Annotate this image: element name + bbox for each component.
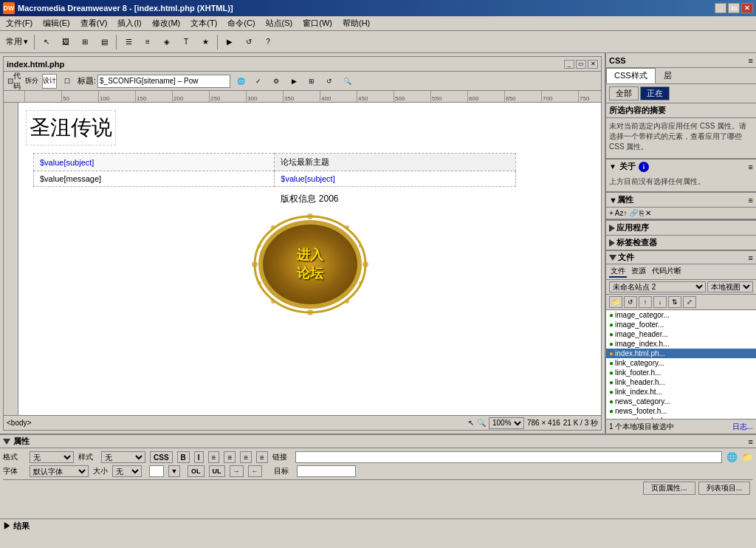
align-right-btn[interactable]: ≡ <box>240 451 252 463</box>
results-label[interactable]: ▶ 结果 <box>3 521 30 532</box>
font-select[interactable]: 默认字体 <box>30 465 89 477</box>
toolbar-data[interactable]: ≡ <box>139 34 157 50</box>
ol-btn[interactable]: OL <box>188 465 205 477</box>
validate-btn[interactable]: ✓ <box>251 74 266 89</box>
align-center-btn[interactable]: ≡ <box>224 451 236 463</box>
size-select[interactable]: 无 <box>112 465 142 477</box>
file-download-btn[interactable]: ↓ <box>653 296 667 308</box>
doc-toolbar-btn-extra[interactable]: ☐ <box>60 74 75 89</box>
menu-insert[interactable]: 插入(I) <box>113 17 145 30</box>
title-input[interactable] <box>97 75 230 88</box>
subject-link[interactable]: $value[subject] <box>40 158 94 167</box>
menu-edit[interactable]: 编辑(E) <box>38 17 75 30</box>
toolbar-select[interactable]: ↖ <box>38 34 55 50</box>
file-tab-resources[interactable]: 资源 <box>630 266 647 278</box>
format-select[interactable]: 无 <box>30 451 74 463</box>
debug-btn[interactable]: ⚙ <box>269 74 284 89</box>
file-item-3[interactable]: ● image_index.h... <box>606 339 756 349</box>
files-expand-icon[interactable] <box>609 255 616 261</box>
file-item-9[interactable]: ● news_category... <box>606 397 756 406</box>
view-options-btn[interactable]: 🔍 <box>340 74 354 89</box>
file-log-btn[interactable]: 日志... <box>732 422 753 432</box>
panel-options-icon[interactable]: ≡ <box>749 56 753 65</box>
ul-btn[interactable]: UL <box>209 465 225 477</box>
forum-subject-link[interactable]: $value[subject] <box>281 174 334 183</box>
preview-btn[interactable]: ▶ <box>286 74 301 89</box>
file-tab-files[interactable]: 文件 <box>609 266 627 278</box>
site-select[interactable]: 未命名站点 2 <box>609 281 706 292</box>
file-item-0[interactable]: ● image_categor... <box>606 310 756 320</box>
visual-aids-btn[interactable]: ⊞ <box>304 74 319 89</box>
menu-site[interactable]: 站点(S) <box>261 17 298 30</box>
menu-command[interactable]: 命令(C) <box>223 17 259 30</box>
file-item-2[interactable]: ● image_header... <box>606 329 756 339</box>
file-new-btn[interactable]: 📁 <box>609 296 622 308</box>
file-item-4[interactable]: ● index.html.ph... <box>606 349 756 358</box>
properties-panel-options[interactable]: ≡ <box>749 437 753 446</box>
link-input[interactable] <box>295 451 722 463</box>
forum-button-container[interactable]: 进入 论坛 <box>251 213 369 316</box>
tab-css-styles[interactable]: CSS样式 <box>606 68 656 83</box>
menu-window[interactable]: 窗口(W) <box>298 17 337 30</box>
toolbar-dropdown-arrow[interactable]: ▾ <box>24 37 28 47</box>
zoom-select[interactable]: 100% <box>489 417 524 429</box>
tab-layers[interactable]: 层 <box>656 68 680 83</box>
view-code-btn[interactable]: ⊡ 代码 <box>7 74 21 89</box>
forum-btn-inner[interactable]: 进入 论坛 <box>258 220 362 309</box>
toolbar-help[interactable]: ? <box>259 34 277 50</box>
file-item-10[interactable]: ● news_footer.h... <box>606 406 756 416</box>
view-select[interactable]: 本地视图 <box>707 281 753 292</box>
browse-web-btn[interactable]: 🌐 <box>233 74 248 89</box>
doc-minimize-btn[interactable]: _ <box>564 60 574 69</box>
align-left-btn[interactable]: ≡ <box>208 451 220 463</box>
page-properties-btn[interactable]: 页面属性... <box>643 482 695 495</box>
file-tab-snippets[interactable]: 代码片断 <box>650 266 683 278</box>
files-options-icon[interactable]: ≡ <box>749 253 753 262</box>
file-item-8[interactable]: ● link_index.ht... <box>606 387 756 397</box>
properties-panel-expand-icon[interactable] <box>3 439 10 445</box>
indent-btn[interactable]: → <box>230 465 244 477</box>
toolbar-preview[interactable]: ▶ <box>221 34 238 50</box>
target-input[interactable] <box>297 465 356 477</box>
italic-btn[interactable]: I <box>194 451 204 463</box>
css-all-btn[interactable]: 全部 <box>609 86 639 100</box>
toolbar-refresh[interactable]: ↺ <box>240 34 258 50</box>
view-split-btn[interactable]: 拆分 <box>24 74 39 89</box>
outdent-btn[interactable]: ← <box>248 465 262 477</box>
style-select[interactable]: 无 <box>101 451 145 463</box>
view-design-btn[interactable]: 设计 <box>42 74 57 89</box>
toolbar-table[interactable]: ⊞ <box>76 34 94 50</box>
close-button[interactable]: ✕ <box>741 3 753 13</box>
add-property-icon[interactable]: + <box>609 209 614 217</box>
toolbar-favorites[interactable]: ★ <box>196 34 214 50</box>
copy-icon[interactable]: ⎘ <box>639 209 644 217</box>
file-item-1[interactable]: ● image_footer... <box>606 320 756 329</box>
list-items-btn[interactable]: 列表项目... <box>698 482 750 495</box>
sort-icon[interactable]: Az↑ <box>615 209 628 217</box>
file-refresh-btn[interactable]: ↺ <box>624 296 637 308</box>
about-collapse-icon[interactable]: ▼ <box>609 162 616 171</box>
css-toggle-btn[interactable]: CSS <box>150 451 173 463</box>
menu-modify[interactable]: 修改(M) <box>148 17 185 30</box>
properties-options-icon[interactable]: ≡ <box>749 196 753 205</box>
file-item-6[interactable]: ● link_footer.h... <box>606 368 756 377</box>
align-justify-btn[interactable]: ≡ <box>256 451 268 463</box>
toolbar-layout[interactable]: ▤ <box>95 34 113 50</box>
applications-section[interactable]: 应用程序 <box>606 219 756 235</box>
link-folder-icon[interactable]: 📁 <box>742 452 753 462</box>
file-sync-btn[interactable]: ⇅ <box>668 296 681 308</box>
file-item-5[interactable]: ● link_category... <box>606 358 756 368</box>
about-options-icon[interactable]: ≡ <box>749 162 753 171</box>
link-icon[interactable]: 🔗 <box>629 209 638 217</box>
restore-button[interactable]: ▭ <box>728 3 740 13</box>
file-item-7[interactable]: ● link_header.h... <box>606 377 756 387</box>
toolbar-image[interactable]: 🖼 <box>57 34 75 50</box>
toolbar-spry[interactable]: ◈ <box>158 34 176 50</box>
menu-text[interactable]: 文本(T) <box>186 17 221 30</box>
toolbar-forms[interactable]: ☰ <box>120 34 137 50</box>
bold-btn[interactable]: B <box>177 451 190 463</box>
link-browse-icon[interactable]: 🌐 <box>726 452 738 462</box>
properties-collapse-icon[interactable]: ▼ <box>609 196 617 205</box>
color-picker-btn[interactable]: ▼ <box>168 465 180 477</box>
menu-view[interactable]: 查看(V) <box>76 17 112 30</box>
